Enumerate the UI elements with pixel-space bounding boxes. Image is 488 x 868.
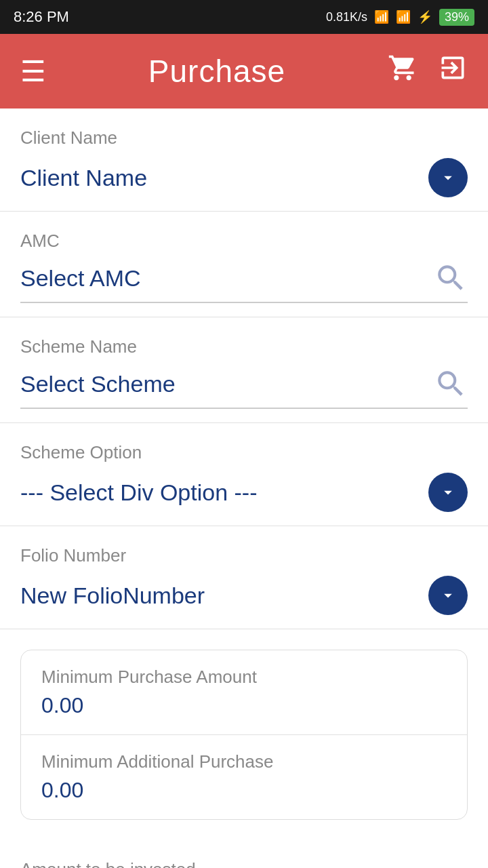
- folio-number-field: Folio Number New FolioNumber: [0, 526, 488, 629]
- amount-label: Amount to be invested: [20, 859, 468, 868]
- client-name-field: Client Name Client Name: [0, 108, 488, 212]
- scheme-option-value[interactable]: --- Select Div Option ---: [20, 479, 258, 506]
- status-time: 8:26 PM: [14, 8, 69, 26]
- folio-number-value[interactable]: New FolioNumber: [20, 583, 205, 609]
- scheme-search-icon[interactable]: [434, 367, 468, 401]
- battery-level: 39%: [439, 9, 474, 26]
- amc-label: AMC: [20, 231, 468, 252]
- min-additional-value: 0.00: [41, 778, 447, 803]
- status-bar: 8:26 PM 0.81K/s 📶 📶 ⚡ 39%: [0, 0, 488, 34]
- client-name-value[interactable]: Client Name: [20, 165, 147, 191]
- logout-icon[interactable]: [438, 53, 468, 90]
- min-additional-row: Minimum Additional Purchase 0.00: [21, 734, 467, 819]
- amc-value[interactable]: Select AMC: [20, 265, 141, 292]
- page-title: Purchase: [148, 53, 285, 90]
- scheme-option-dropdown[interactable]: [428, 473, 468, 512]
- folio-number-dropdown[interactable]: [428, 576, 468, 615]
- bolt-icon: ⚡: [418, 9, 432, 24]
- scheme-name-label: Scheme Name: [20, 336, 468, 357]
- wifi-icon: 📶: [374, 9, 389, 24]
- min-purchase-row: Minimum Purchase Amount 0.00: [21, 650, 467, 734]
- client-name-label: Client Name: [20, 127, 468, 149]
- status-icons: 0.81K/s 📶 📶 ⚡ 39%: [326, 9, 474, 26]
- min-purchase-value: 0.00: [41, 693, 447, 718]
- amc-search-icon[interactable]: [434, 261, 468, 295]
- client-name-dropdown[interactable]: [428, 158, 468, 197]
- signal-icon: 📶: [396, 9, 411, 24]
- network-speed: 0.81K/s: [326, 10, 367, 24]
- scheme-name-value[interactable]: Select Scheme: [20, 371, 176, 397]
- menu-icon[interactable]: ☰: [20, 55, 46, 88]
- folio-number-label: Folio Number: [20, 545, 468, 566]
- scheme-option-label: Scheme Option: [20, 442, 468, 463]
- app-bar: ☰ Purchase: [0, 34, 488, 108]
- content-area: Client Name Client Name AMC Select AMC S…: [0, 108, 488, 868]
- amc-field: AMC Select AMC: [0, 212, 488, 317]
- cart-icon[interactable]: [388, 53, 418, 90]
- scheme-name-field: Scheme Name Select Scheme: [0, 317, 488, 423]
- amount-field: Amount to be invested: [0, 840, 488, 868]
- min-purchase-label: Minimum Purchase Amount: [41, 667, 447, 688]
- min-additional-label: Minimum Additional Purchase: [41, 751, 447, 772]
- info-card: Minimum Purchase Amount 0.00 Minimum Add…: [20, 650, 468, 820]
- time-text: 8:26 PM: [14, 8, 69, 26]
- scheme-option-field: Scheme Option --- Select Div Option ---: [0, 423, 488, 526]
